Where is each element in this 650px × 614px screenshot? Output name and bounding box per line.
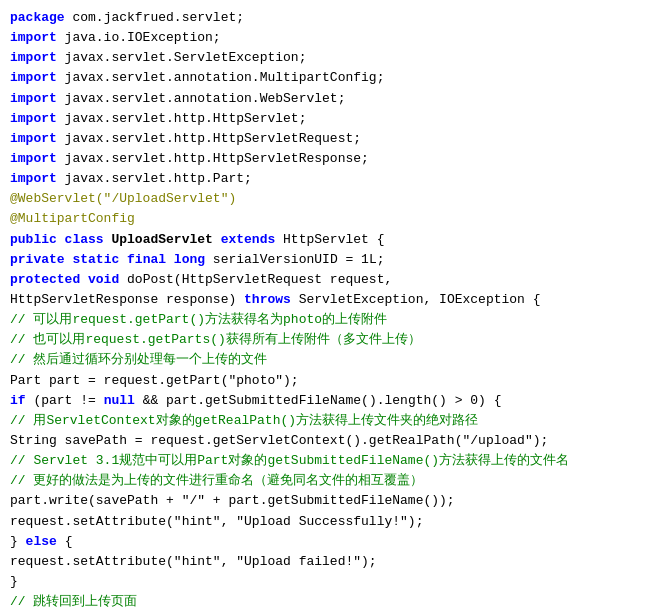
code-token: javax.servlet.http.Part; [65,171,252,186]
code-token: javax.servlet.http.HttpServletRequest; [65,131,361,146]
code-token: } [10,574,18,589]
code-line: request.setAttribute("hint", "Upload Suc… [10,512,640,532]
code-line: // 用ServletContext对象的getRealPath()方法获得上传… [10,411,640,431]
code-token: ServletException, IOException { [299,292,541,307]
code-line: import javax.servlet.http.HttpServlet; [10,109,640,129]
code-token: request.setAttribute("hint", "Upload Suc… [10,514,423,529]
code-token: final [127,252,174,267]
code-line: import javax.servlet.http.Part; [10,169,640,189]
code-line: // 跳转回到上传页面 [10,592,640,612]
code-token: String savePath = request.getServletCont… [10,433,548,448]
code-token: // 然后通过循环分别处理每一个上传的文件 [10,352,267,367]
code-token: @WebServlet("/UploadServlet") [10,191,236,206]
code-line: if (part != null && part.getSubmittedFil… [10,391,640,411]
code-token: javax.servlet.annotation.WebServlet; [65,91,346,106]
code-line: } [10,572,640,592]
code-line: package com.jackfrued.servlet; [10,8,640,28]
code-line: // 更好的做法是为上传的文件进行重命名（避免同名文件的相互覆盖） [10,471,640,491]
code-token: private [10,252,72,267]
code-line: import javax.servlet.http.HttpServletReq… [10,129,640,149]
code-token: extends [221,232,283,247]
code-token: part.write(savePath + "/" + part.getSubm… [10,493,455,508]
code-line: @WebServlet("/UploadServlet") [10,189,640,209]
code-token: static [72,252,127,267]
code-token: serialVersionUID = 1L; [213,252,385,267]
code-token: // 也可以用request.getParts()获得所有上传附件（多文件上传） [10,332,421,347]
code-token: (part != [33,393,103,408]
code-token: javax.servlet.annotation.MultipartConfig… [65,70,385,85]
code-line: Part part = request.getPart("photo"); [10,371,640,391]
code-line: String savePath = request.getServletCont… [10,431,640,451]
code-line: part.write(savePath + "/" + part.getSubm… [10,491,640,511]
code-token: javax.servlet.http.HttpServlet; [65,111,307,126]
code-token: HttpServletResponse response) [10,292,244,307]
code-token: // 更好的做法是为上传的文件进行重命名（避免同名文件的相互覆盖） [10,473,423,488]
code-token: UploadServlet [111,232,220,247]
code-line: private static final long serialVersionU… [10,250,640,270]
code-token: null [104,393,135,408]
code-token: // 用ServletContext对象的getRealPath()方法获得上传… [10,413,478,428]
code-token: Part part = request.getPart("photo"); [10,373,299,388]
code-line: HttpServletResponse response) throws Ser… [10,290,640,310]
code-line: } else { [10,532,640,552]
code-line: public class UploadServlet extends HttpS… [10,230,640,250]
code-line: import javax.servlet.ServletException; [10,48,640,68]
code-token: void [88,272,127,287]
code-token: import [10,50,65,65]
code-token: import [10,131,65,146]
code-token: // Servlet 3.1规范中可以用Part对象的getSubmittedF… [10,453,569,468]
code-token: @MultipartConfig [10,211,135,226]
code-line: import java.io.IOException; [10,28,640,48]
code-line: protected void doPost(HttpServletRequest… [10,270,640,290]
code-token: doPost(HttpServletRequest request, [127,272,392,287]
code-line: @MultipartConfig [10,209,640,229]
code-token: HttpServlet { [283,232,384,247]
code-token: && part.getSubmittedFileName().length() … [135,393,502,408]
code-token: com.jackfrued.servlet; [72,10,244,25]
code-line: // 也可以用request.getParts()获得所有上传附件（多文件上传） [10,330,640,350]
code-line: // 可以用request.getPart()方法获得名为photo的上传附件 [10,310,640,330]
code-token: package [10,10,72,25]
code-token: import [10,151,65,166]
code-line: // 然后通过循环分别处理每一个上传的文件 [10,350,640,370]
code-token: import [10,70,65,85]
code-token: import [10,91,65,106]
code-token: if [10,393,33,408]
code-line: // Servlet 3.1规范中可以用Part对象的getSubmittedF… [10,451,640,471]
code-line: import javax.servlet.http.HttpServletRes… [10,149,640,169]
code-token: javax.servlet.ServletException; [65,50,307,65]
code-container: package com.jackfrued.servlet;import jav… [0,0,650,614]
code-token: public [10,232,65,247]
code-token: else [26,534,65,549]
code-token: import [10,171,65,186]
code-line: import javax.servlet.annotation.Multipar… [10,68,640,88]
code-line: import javax.servlet.annotation.WebServl… [10,89,640,109]
code-token: java.io.IOException; [65,30,221,45]
code-token: javax.servlet.http.HttpServletResponse; [65,151,369,166]
code-token: request.setAttribute("hint", "Upload fai… [10,554,377,569]
code-token: } [10,534,26,549]
code-token: import [10,30,65,45]
code-token: protected [10,272,88,287]
code-token: class [65,232,112,247]
code-line: request.setAttribute("hint", "Upload fai… [10,552,640,572]
code-token: // 可以用request.getPart()方法获得名为photo的上传附件 [10,312,387,327]
code-token: { [65,534,73,549]
code-token: throws [244,292,299,307]
code-token: long [174,252,213,267]
code-token: import [10,111,65,126]
code-token: // 跳转回到上传页面 [10,594,137,609]
